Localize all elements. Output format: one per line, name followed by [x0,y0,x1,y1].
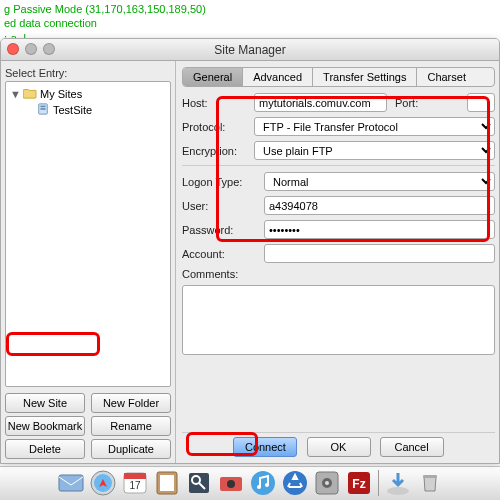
disclosure-triangle-icon[interactable]: ▼ [10,88,20,100]
svg-rect-1 [40,106,45,108]
protocol-select[interactable]: FTP - File Transfer Protocol [254,117,495,136]
tab-advanced[interactable]: Advanced [243,68,313,86]
cancel-button[interactable]: Cancel [380,437,444,457]
comments-label: Comments: [182,268,260,280]
server-icon [36,103,50,117]
svg-point-17 [265,483,269,487]
dock-itunes-icon[interactable] [248,468,278,498]
tab-bar: General Advanced Transfer Settings Chars… [182,67,495,87]
dock-safari-icon[interactable] [88,468,118,498]
minimize-icon[interactable] [25,43,37,55]
folder-icon [23,87,37,101]
logon-type-select[interactable]: Normal [264,172,495,191]
host-input[interactable] [254,93,387,112]
tree-site-item[interactable]: TestSite [8,102,168,118]
svg-rect-7 [124,473,146,479]
connect-button[interactable]: Connect [233,437,297,457]
account-label: Account: [182,248,260,260]
dock-settings-icon[interactable] [312,468,342,498]
svg-rect-10 [160,475,174,491]
rename-button[interactable]: Rename [91,416,171,436]
svg-point-24 [387,487,409,495]
dock-mail-icon[interactable] [56,468,86,498]
password-input[interactable] [264,220,495,239]
new-site-button[interactable]: New Site [5,393,85,413]
svg-text:17: 17 [129,480,141,491]
dock-photobooth-icon[interactable] [216,468,246,498]
dock-appstore-icon[interactable] [280,468,310,498]
general-form: Host: Port: Protocol: FTP - File Transfe… [182,93,495,430]
window-title: Site Manager [214,43,285,57]
new-bookmark-button[interactable]: New Bookmark [5,416,85,436]
tree-root[interactable]: ▼ My Sites [8,86,168,102]
right-panel: General Advanced Transfer Settings Chars… [176,61,499,463]
close-icon[interactable] [7,43,19,55]
svg-point-14 [227,480,235,488]
dialog-buttons: Connect OK Cancel [182,432,495,459]
tree-site-label: TestSite [53,104,92,116]
tab-charset[interactable]: Charset [417,68,476,86]
svg-point-16 [257,485,261,489]
logon-type-label: Logon Type: [182,176,260,188]
tree-root-label: My Sites [40,88,82,100]
user-input[interactable] [264,196,495,215]
dock-filezilla-icon[interactable]: Fz [344,468,374,498]
port-input[interactable] [467,93,495,112]
titlebar[interactable]: Site Manager [1,39,499,61]
duplicate-button[interactable]: Duplicate [91,439,171,459]
svg-rect-3 [59,475,83,491]
tab-transfer[interactable]: Transfer Settings [313,68,417,86]
dock-separator [378,470,379,496]
dock-contacts-icon[interactable] [152,468,182,498]
zoom-icon[interactable] [43,43,55,55]
dock-downloads-icon[interactable] [383,468,413,498]
encryption-select[interactable]: Use plain FTP [254,141,495,160]
left-panel: Select Entry: ▼ My Sites TestSite N [1,61,176,463]
tab-general[interactable]: General [183,68,243,86]
dock-trash-icon[interactable] [415,468,445,498]
encryption-label: Encryption: [182,145,250,157]
user-label: User: [182,200,260,212]
svg-point-15 [251,471,275,495]
password-label: Password: [182,224,260,236]
svg-rect-2 [40,108,45,110]
dock: 17 Fz [0,466,500,500]
svg-rect-25 [423,475,437,478]
port-label: Port: [395,97,463,109]
protocol-label: Protocol: [182,121,250,133]
account-input [264,244,495,263]
site-tree[interactable]: ▼ My Sites TestSite [5,81,171,387]
select-entry-label: Select Entry: [5,67,171,79]
window-controls [7,43,55,55]
host-label: Host: [182,97,250,109]
new-folder-button[interactable]: New Folder [91,393,171,413]
site-manager-window: Site Manager Select Entry: ▼ My Sites Te… [0,38,500,464]
delete-button[interactable]: Delete [5,439,85,459]
dock-preview-icon[interactable] [184,468,214,498]
dock-ical-icon[interactable]: 17 [120,468,150,498]
svg-point-21 [325,481,329,485]
ok-button[interactable]: OK [307,437,371,457]
site-action-buttons: New Site New Folder New Bookmark Rename … [5,393,171,459]
svg-text:Fz: Fz [352,477,365,491]
comments-textarea[interactable] [182,285,495,355]
